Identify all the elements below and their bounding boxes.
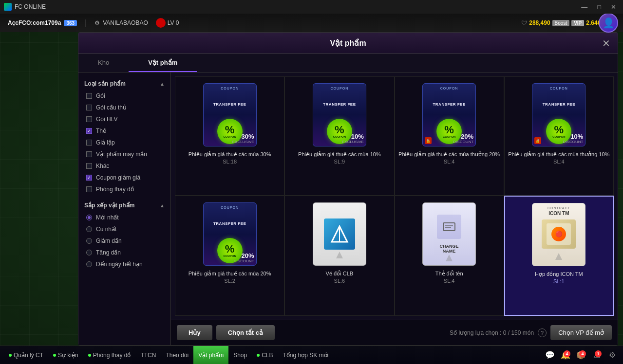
select-all-button[interactable]: Chọn tất cả [216, 325, 275, 340]
gift-notification: 4 [579, 350, 586, 357]
item-card-1[interactable]: COUPON TRANSFER FEE % COUPON 30% EXCLUSI… [175, 76, 284, 196]
filter-phong-thay-do[interactable]: Phòng thay đồ [78, 183, 170, 195]
filter-goi-hlv[interactable]: Gói HLV [78, 113, 170, 125]
filter-gia-lap[interactable]: Giả lập [78, 137, 170, 148]
item-card-6[interactable]: Vé đổi CLB SL:6 [284, 196, 394, 316]
taskbar-clb[interactable]: CLB [252, 346, 278, 364]
transfer-fee-text-4: TRANSFER FEE [543, 102, 575, 107]
dot-quan-ly-ct [9, 354, 12, 357]
item-card-5[interactable]: COUPON TRANSFER FEE % COUPON 20% DISCOUN… [175, 196, 284, 316]
item-qty-2: SL:9 [334, 159, 345, 164]
item-card-7[interactable]: CHANGENAME Thẻ đổi tên SL:4 [395, 196, 504, 316]
club-ticket-small-logo [335, 251, 344, 261]
lock-icon-3: 🔒 [425, 137, 432, 144]
taskbar-tong-hop-sk-moi[interactable]: Tổng hợp SK mới [278, 346, 334, 364]
icon-tm-header: CONTRACT ICON TM [547, 206, 570, 216]
separator: | [85, 18, 87, 27]
sort-desc[interactable]: Giảm dần [78, 235, 170, 247]
taskbar-phong-thay-do[interactable]: Phòng thay đồ [83, 346, 136, 364]
filter-the[interactable]: Thẻ [78, 125, 170, 137]
account-section: AçcFCO:com1709a 363 [8, 19, 77, 26]
tab-kho[interactable]: Kho [78, 54, 129, 72]
filter-goi[interactable]: Gói [78, 90, 170, 102]
chat-icon-button[interactable]: 💬 [543, 348, 557, 362]
taskbar-quan-ly-ct[interactable]: Quản lý CT [4, 346, 48, 364]
item-card-2[interactable]: COUPON TRANSFER FEE % COUPON 10% EXCLUSI… [284, 76, 394, 196]
label-phong-thay-do: Phòng thay đồ [93, 352, 131, 359]
dialog-body: Loại sản phẩm ▲ Gói Gói cầu thủ Gói HLV … [78, 73, 618, 345]
filter-goi-hlv-label: Gói HLV [96, 116, 117, 123]
club-ticket-logo [324, 218, 355, 250]
item-card-8[interactable]: CONTRACT ICON TM 🔴 [504, 196, 614, 316]
item-name-1: Phiếu giảm giá thuế các mùa 30% [177, 151, 282, 158]
taskbar-shop[interactable]: Shop [228, 346, 252, 364]
cancel-button[interactable]: Hủy [177, 325, 212, 340]
server-section: ⚙ VANILABAOBAO [94, 19, 148, 26]
label-quan-ly-ct: Quản lý CT [14, 352, 43, 359]
transfer-card-2: COUPON TRANSFER FEE % COUPON 10% EXCLUSI… [313, 83, 366, 146]
item-card-3[interactable]: COUPON TRANSFER FEE % COUPON 🔒 20% DISCO… [395, 76, 504, 196]
gift-icon-button[interactable]: 📦 4 [574, 348, 588, 362]
app-title: FC ONLINE [15, 3, 46, 10]
minimize-button[interactable]: — [578, 3, 590, 11]
question-button[interactable]: ? [538, 328, 547, 337]
label-su-kien: Sự kiện [58, 352, 78, 359]
filter-goi-cau-thu[interactable]: Gói cầu thủ [78, 102, 170, 113]
dialog-footer: Hủy Chọn tất cả Số lượng lựa chọn : 0 / … [171, 320, 618, 345]
item-name-4: Phiếu giảm giá thuế các mùa thưởng 10% [507, 151, 611, 158]
item-qty-1: SL:18 [223, 159, 237, 164]
maximize-button[interactable]: □ [594, 3, 604, 11]
radio-desc [86, 238, 92, 244]
discount-badge-2: 10% EXCLUSIVE [342, 133, 364, 144]
card-visual-3: COUPON TRANSFER FEE % COUPON 🔒 20% DISCO… [420, 81, 478, 149]
item-name-6: Vé đổi CLB [287, 270, 392, 277]
item-qty-7: SL:4 [444, 278, 455, 284]
label-clb: CLB [262, 352, 273, 359]
sort-asc-label: Tăng dần [96, 249, 121, 256]
product-type-header: Loại sản phẩm ▲ [78, 77, 170, 90]
selection-info: Số lượng lựa chọn : 0 / 150 món [450, 329, 534, 336]
choose-vp-button[interactable]: Chọn VP để mở [550, 325, 612, 340]
transfer-fee-text-2: TRANSFER FEE [323, 102, 356, 107]
sort-oldest[interactable]: Cũ nhất [78, 223, 170, 235]
dot-clb [257, 354, 260, 357]
close-window-button[interactable]: ✕ [608, 3, 619, 11]
bell-icon-button[interactable]: 🔔 4 [559, 348, 572, 362]
lock-icon-4: 🔒 [534, 137, 541, 144]
svg-marker-2 [336, 252, 343, 258]
sort-asc[interactable]: Tăng dần [78, 247, 170, 258]
taskbar-theo-doi[interactable]: Theo dõi [161, 346, 193, 364]
dialog-close-button[interactable]: ✕ [600, 37, 612, 49]
item-name-7: Thẻ đổi tên [397, 270, 502, 277]
filter-the-label: Thẻ [96, 127, 106, 134]
bell-notification: 4 [564, 350, 570, 357]
change-name-card: CHANGENAME [422, 202, 476, 266]
dot-su-kien [53, 354, 56, 357]
server-name: VANILABAOBAO [103, 19, 148, 26]
sort-expiry[interactable]: Đến ngày hết hạn [78, 258, 170, 270]
filter-khac[interactable]: Khác [78, 160, 170, 172]
taskbar-ttcn[interactable]: TTCN [135, 346, 161, 364]
coin-icon: 🛡 [521, 19, 527, 26]
settings-icon-button[interactable]: ⚙ [605, 348, 619, 362]
tm-small-logo [554, 252, 563, 263]
product-type-arrow: ▲ [160, 81, 165, 87]
discount-pct-2: EXCLUSIVE [342, 140, 364, 144]
window-controls: — □ ✕ [578, 3, 619, 11]
item-card-4[interactable]: COUPON TRANSFER FEE % COUPON 🔒 10% DISCO… [504, 76, 614, 196]
taskbar-vat-pham[interactable]: Vật phẩm [193, 346, 228, 364]
tab-vat-pham[interactable]: Vật phẩm [129, 54, 197, 72]
item-qty-4: SL:4 [553, 159, 565, 164]
sort-newest[interactable]: Mới nhất [78, 212, 170, 223]
filter-vat-pham-may-man[interactable]: Vật phẩm may mắn [78, 148, 170, 160]
filter-coupon[interactable]: Coupon giảm giá [78, 172, 170, 183]
taskbar-su-kien[interactable]: Sự kiện [48, 346, 83, 364]
coupon-label-1: COUPON [221, 87, 239, 90]
coupon-label-3: COUPON [440, 87, 458, 90]
item-qty-6: SL:6 [334, 278, 345, 284]
filter-coupon-label: Coupon giảm giá [96, 174, 140, 181]
transfer-fee-text-5: TRANSFER FEE [213, 221, 246, 226]
sort-desc-label: Giảm dần [96, 237, 122, 244]
alert-icon-button[interactable]: ⚠ 1 [590, 348, 604, 362]
sort-arrow: ▲ [160, 203, 165, 208]
